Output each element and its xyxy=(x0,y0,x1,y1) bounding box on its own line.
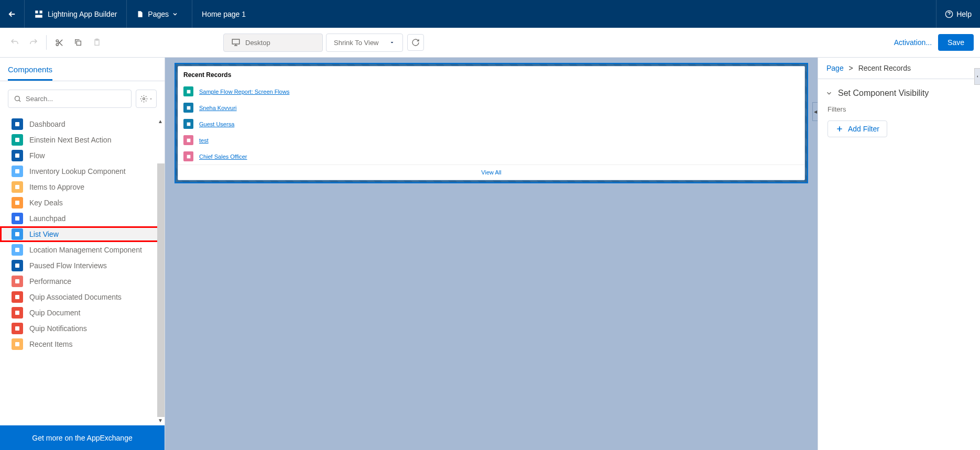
component-label: Einstein Next Best Action xyxy=(29,136,111,144)
record-icon xyxy=(183,119,193,129)
gear-icon xyxy=(140,95,148,103)
record-row: Sample Flow Report: Screen Flows xyxy=(178,83,804,100)
save-button[interactable]: Save xyxy=(938,34,974,51)
svg-rect-26 xyxy=(15,342,19,346)
component-item[interactable]: Quip Notifications xyxy=(0,321,165,336)
svg-rect-16 xyxy=(15,185,19,189)
component-label: List View xyxy=(29,230,59,238)
arrow-left-icon xyxy=(7,9,17,19)
redo-icon xyxy=(29,38,38,47)
svg-rect-30 xyxy=(187,138,190,142)
svg-rect-17 xyxy=(15,201,19,205)
record-row: Guest Usersa xyxy=(178,116,804,132)
right-panel-handle[interactable] xyxy=(974,68,980,85)
svg-rect-22 xyxy=(15,279,19,283)
component-item[interactable]: Inventory Lookup Component xyxy=(0,163,165,179)
component-item[interactable]: Paused Flow Interviews xyxy=(0,258,165,273)
filters-label: Filters xyxy=(818,103,980,115)
redo-button[interactable] xyxy=(25,34,42,51)
tab-components[interactable]: Components xyxy=(8,65,52,81)
svg-rect-2 xyxy=(35,15,42,17)
component-icon xyxy=(12,338,23,350)
visibility-title: Set Component Visibility xyxy=(838,89,929,98)
component-item[interactable]: Location Management Component xyxy=(0,242,165,258)
component-item[interactable]: Items to Approve xyxy=(0,179,165,195)
component-icon xyxy=(12,134,23,146)
component-icon xyxy=(12,291,23,303)
component-label: Launchpad xyxy=(29,214,66,223)
appexchange-button[interactable]: Get more on the AppExchange xyxy=(0,425,165,450)
add-filter-button[interactable]: Add Filter xyxy=(827,120,887,137)
svg-rect-6 xyxy=(77,41,81,45)
component-item[interactable]: Flow xyxy=(0,148,165,163)
svg-point-11 xyxy=(143,98,145,100)
scroll-up-icon[interactable]: ▲ xyxy=(156,118,165,124)
help-button[interactable]: Help xyxy=(936,0,980,28)
undo-icon xyxy=(10,38,19,47)
component-item[interactable]: Quip Document xyxy=(0,305,165,321)
component-item[interactable]: Einstein Next Best Action xyxy=(0,132,165,148)
canvas-collapse-handle[interactable]: ◀ xyxy=(812,102,818,121)
component-item[interactable]: Quip Associated Documents xyxy=(0,289,165,305)
svg-rect-9 xyxy=(232,39,239,44)
component-icon xyxy=(12,118,23,130)
scrollbar-track[interactable] xyxy=(157,163,165,417)
chevron-down-icon xyxy=(172,11,178,17)
record-row: Sneha Kovvuri xyxy=(178,100,804,116)
component-icon xyxy=(12,150,23,161)
svg-rect-28 xyxy=(187,106,190,109)
breadcrumb-page-link[interactable]: Page xyxy=(826,64,844,72)
selected-region[interactable]: Recent Records Sample Flow Report: Scree… xyxy=(175,63,808,183)
caret-down-icon xyxy=(389,39,395,46)
record-link[interactable]: Guest Usersa xyxy=(199,121,234,127)
search-icon xyxy=(14,95,21,103)
zoom-select[interactable]: Shrink To View xyxy=(326,34,403,52)
chevron-left-icon xyxy=(975,74,979,79)
canvas[interactable]: Recent Records Sample Flow Report: Scree… xyxy=(165,58,818,450)
component-item[interactable]: Dashboard xyxy=(0,116,165,132)
visibility-section-header[interactable]: Set Component Visibility xyxy=(818,79,980,103)
device-label: Desktop xyxy=(245,39,270,47)
breadcrumb: Page > Recent Records xyxy=(818,58,980,79)
record-icon xyxy=(183,103,193,113)
svg-rect-15 xyxy=(15,169,19,173)
refresh-icon xyxy=(411,38,420,47)
page-name: Home page 1 xyxy=(202,10,246,18)
component-label: Paused Flow Interviews xyxy=(29,261,107,270)
component-item[interactable]: Key Deals xyxy=(0,195,165,211)
record-link[interactable]: Chief Sales Officer xyxy=(199,153,247,160)
svg-rect-21 xyxy=(15,264,19,268)
copy-icon xyxy=(74,38,82,47)
help-label: Help xyxy=(956,10,972,18)
page-icon xyxy=(136,10,144,18)
refresh-button[interactable] xyxy=(407,34,424,51)
settings-button[interactable] xyxy=(136,90,157,108)
component-item[interactable]: Launchpad xyxy=(0,211,165,226)
recent-records-card[interactable]: Recent Records Sample Flow Report: Scree… xyxy=(178,66,805,180)
device-select[interactable]: Desktop xyxy=(223,34,323,52)
component-item[interactable]: Performance xyxy=(0,273,165,289)
component-label: Inventory Lookup Component xyxy=(29,167,126,175)
cut-button[interactable] xyxy=(51,34,68,51)
record-link[interactable]: Sneha Kovvuri xyxy=(199,105,237,111)
scroll-down-icon[interactable]: ▼ xyxy=(156,418,165,423)
component-label: Dashboard xyxy=(29,120,66,128)
component-item[interactable]: Recent Items xyxy=(0,336,165,352)
search-input[interactable] xyxy=(26,95,126,103)
svg-point-4 xyxy=(56,39,58,41)
record-link[interactable]: test xyxy=(199,137,209,144)
pages-label: Pages xyxy=(148,10,169,18)
svg-rect-23 xyxy=(15,295,19,299)
paste-button[interactable] xyxy=(89,34,105,51)
record-link[interactable]: Sample Flow Report: Screen Flows xyxy=(199,89,289,95)
zoom-label: Shrink To View xyxy=(334,39,379,47)
component-item[interactable]: List View xyxy=(0,226,165,242)
svg-point-10 xyxy=(15,96,20,101)
pages-dropdown[interactable]: Pages xyxy=(127,0,192,28)
back-button[interactable] xyxy=(0,0,25,28)
copy-button[interactable] xyxy=(70,34,86,51)
undo-button[interactable] xyxy=(6,34,23,51)
activation-button[interactable]: Activation... xyxy=(894,38,932,47)
view-all-link[interactable]: View All xyxy=(481,169,501,175)
svg-rect-18 xyxy=(15,216,19,221)
